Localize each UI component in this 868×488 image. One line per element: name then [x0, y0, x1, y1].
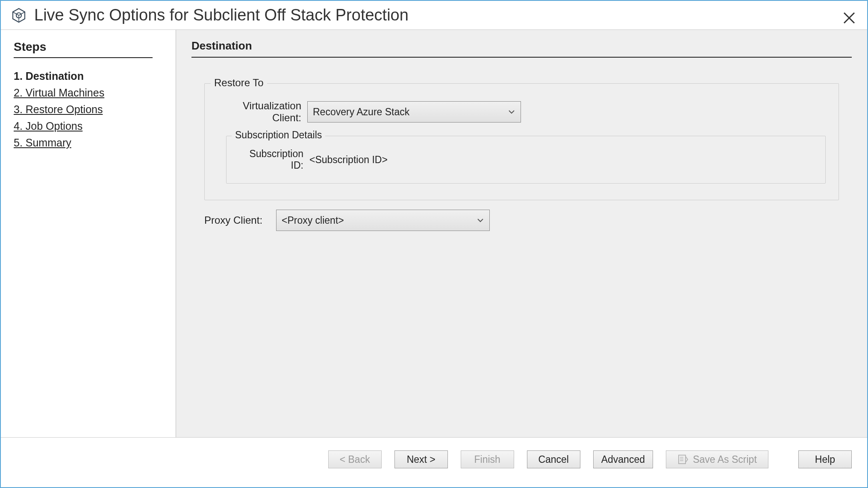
chevron-down-icon — [477, 216, 484, 224]
panel-header: Destination — [191, 39, 852, 58]
step-summary[interactable]: 5. Summary — [14, 137, 163, 149]
virtualization-client-value: Recovery Azure Stack — [313, 106, 409, 118]
proxy-client-value: <Proxy client> — [282, 215, 344, 226]
main-panel: Destination Restore To Virtualization Cl… — [176, 30, 867, 437]
virtualization-client-row: Virtualization Client: Recovery Azure St… — [218, 100, 826, 124]
script-icon — [677, 454, 689, 465]
steps-list: 1. Destination 2. Virtual Machines 3. Re… — [14, 70, 163, 149]
subscription-id-row: Subscription ID: <Subscription ID> — [237, 148, 815, 171]
virtualization-client-label: Virtualization Client: — [218, 100, 307, 124]
step-destination[interactable]: 1. Destination — [14, 70, 163, 82]
help-button[interactable]: Help — [798, 450, 852, 468]
chevron-down-icon — [508, 108, 515, 116]
proxy-client-row: Proxy Client: <Proxy client> — [204, 210, 852, 231]
svg-line-2 — [13, 12, 19, 15]
close-button[interactable] — [840, 9, 859, 27]
subscription-details-legend: Subscription Details — [232, 129, 325, 141]
svg-line-3 — [19, 12, 25, 15]
svg-rect-7 — [679, 455, 686, 464]
back-button: < Back — [328, 450, 382, 468]
virtualization-client-select[interactable]: Recovery Azure Stack — [307, 101, 521, 123]
advanced-button[interactable]: Advanced — [593, 450, 653, 468]
save-as-script-button: Save As Script — [666, 450, 768, 468]
steps-sidebar: Steps 1. Destination 2. Virtual Machines… — [1, 30, 176, 437]
step-restore-options[interactable]: 3. Restore Options — [14, 103, 163, 116]
cancel-button[interactable]: Cancel — [527, 450, 580, 468]
dialog-title: Live Sync Options for Subclient Off Stac… — [34, 6, 409, 24]
next-button[interactable]: Next > — [394, 450, 448, 468]
dialog-footer: < Back Next > Finish Cancel Advanced Sav… — [1, 437, 867, 487]
app-icon — [11, 8, 26, 23]
finish-button: Finish — [461, 450, 514, 468]
titlebar: Live Sync Options for Subclient Off Stac… — [1, 1, 867, 29]
subscription-id-value: <Subscription ID> — [309, 154, 388, 166]
proxy-client-select[interactable]: <Proxy client> — [276, 210, 490, 231]
dialog-window: Live Sync Options for Subclient Off Stac… — [0, 0, 868, 488]
close-icon — [843, 12, 856, 24]
restore-to-group: Restore To Virtualization Client: Recove… — [204, 83, 839, 200]
dialog-body: Steps 1. Destination 2. Virtual Machines… — [1, 29, 867, 437]
subscription-id-label: Subscription ID: — [237, 148, 309, 171]
proxy-client-label: Proxy Client: — [204, 214, 273, 226]
step-job-options[interactable]: 4. Job Options — [14, 120, 163, 132]
subscription-details-group: Subscription Details Subscription ID: <S… — [226, 136, 826, 184]
restore-to-legend: Restore To — [211, 77, 267, 89]
steps-header: Steps — [14, 40, 153, 58]
step-virtual-machines[interactable]: 2. Virtual Machines — [14, 87, 163, 99]
